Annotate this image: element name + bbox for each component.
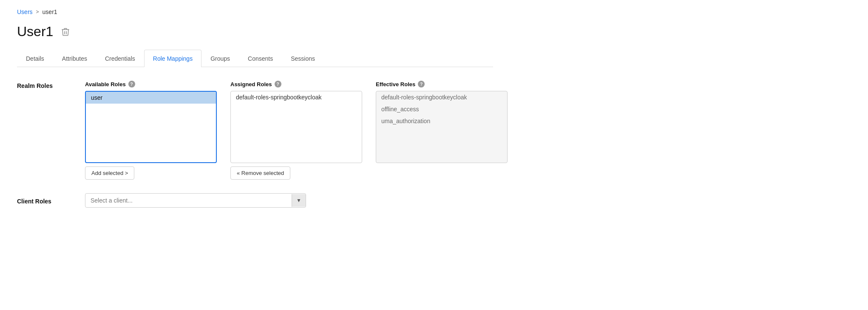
tab-credentials[interactable]: Credentials (96, 50, 144, 67)
effective-roles-header: Effective Roles ? (376, 81, 508, 87)
available-roles-header: Available Roles ? (85, 81, 217, 87)
tab-role-mappings[interactable]: Role Mappings (144, 50, 201, 67)
breadcrumb: Users > user1 (17, 8, 493, 15)
realm-roles-section: Realm Roles Available Roles ? user Add s… (17, 81, 493, 180)
breadcrumb-separator: > (36, 9, 39, 15)
available-roles-listbox[interactable]: user (85, 91, 217, 163)
available-roles-help-icon[interactable]: ? (128, 81, 135, 87)
assigned-roles-listbox[interactable]: default-roles-springbootkeycloak (230, 91, 362, 163)
realm-roles-label: Realm Roles (17, 81, 85, 89)
select-client-input[interactable] (85, 194, 292, 207)
effective-roles-listbox: default-roles-springbootkeycloak offline… (376, 91, 508, 163)
effective-roles-label: Effective Roles (376, 81, 415, 87)
assigned-role-default[interactable]: default-roles-springbootkeycloak (231, 91, 362, 103)
tab-attributes[interactable]: Attributes (53, 50, 96, 67)
tabs-bar: Details Attributes Credentials Role Mapp… (17, 50, 493, 67)
breadcrumb-current: user1 (43, 8, 57, 15)
assigned-roles-label: Assigned Roles (230, 81, 272, 87)
assigned-roles-column: Assigned Roles ? default-roles-springboo… (230, 81, 362, 180)
delete-user-button[interactable] (60, 26, 71, 38)
effective-roles-help-icon[interactable]: ? (418, 81, 425, 87)
available-roles-column: Available Roles ? user Add selected > (85, 81, 217, 180)
roles-area: Available Roles ? user Add selected > As… (85, 81, 508, 180)
page-title: User1 (17, 24, 53, 39)
effective-role-uma: uma_authorization (376, 115, 507, 127)
effective-role-offline: offline_access (376, 103, 507, 115)
breadcrumb-users-link[interactable]: Users (17, 8, 33, 15)
add-selected-button[interactable]: Add selected > (85, 166, 134, 180)
assigned-roles-help-icon[interactable]: ? (275, 81, 281, 87)
tab-details[interactable]: Details (17, 50, 53, 67)
available-roles-label: Available Roles (85, 81, 126, 87)
client-roles-section: Client Roles ▼ (17, 193, 493, 208)
trash-icon (62, 28, 69, 36)
page-title-row: User1 (17, 24, 493, 39)
dropdown-arrow-icon[interactable]: ▼ (292, 194, 306, 207)
select-client-dropdown[interactable]: ▼ (85, 193, 306, 208)
assigned-roles-header: Assigned Roles ? (230, 81, 362, 87)
remove-selected-button[interactable]: « Remove selected (230, 166, 290, 180)
page-container: Users > user1 User1 Details Attributes C… (0, 0, 510, 216)
tab-consents[interactable]: Consents (239, 50, 282, 67)
effective-roles-column: Effective Roles ? default-roles-springbo… (376, 81, 508, 163)
effective-role-default: default-roles-springbootkeycloak (376, 91, 507, 103)
tab-sessions[interactable]: Sessions (282, 50, 324, 67)
client-roles-label: Client Roles (17, 196, 85, 205)
tab-groups[interactable]: Groups (201, 50, 239, 67)
available-role-user[interactable]: user (86, 92, 216, 104)
